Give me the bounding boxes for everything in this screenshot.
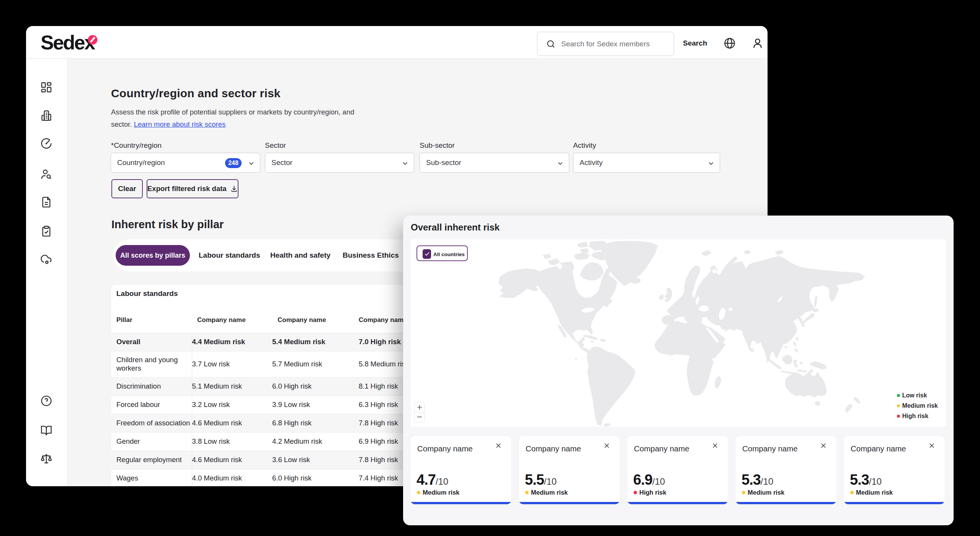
svg-text:Sedex: Sedex <box>41 32 95 54</box>
